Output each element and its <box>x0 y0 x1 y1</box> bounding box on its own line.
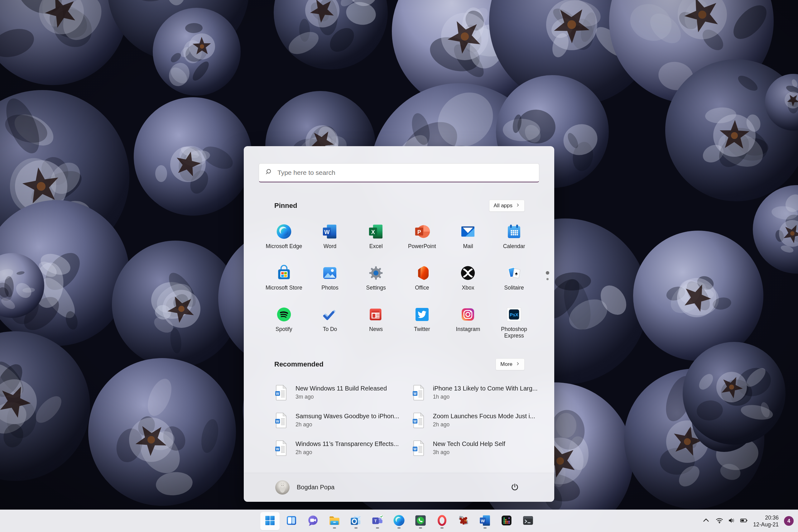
svg-text:W: W <box>276 447 279 451</box>
user-name: Bogdan Popa <box>297 484 335 491</box>
pinned-app-solitaire[interactable]: ♠Solitaire <box>491 262 537 303</box>
pinned-app-office[interactable]: Office <box>399 262 445 303</box>
battery-icon <box>740 516 748 526</box>
recommended-item[interactable]: WNew Tech Could Help Self3h ago <box>412 437 538 459</box>
taskbar-teams-button[interactable]: T <box>368 512 387 530</box>
pinned-app-to-do[interactable]: To Do <box>307 303 353 345</box>
app-label: Solitaire <box>505 285 524 291</box>
pinned-app-mail[interactable]: Mail <box>445 220 491 262</box>
word-document-icon: W <box>274 440 287 456</box>
taskbar-cheat-engine-button[interactable]: 64 <box>454 512 473 530</box>
taskbar-file-explorer-button[interactable] <box>325 512 344 530</box>
recommended-item[interactable]: WZoom Launches Focus Mode Just i...2h ag… <box>412 409 538 431</box>
app-label: Microsoft Edge <box>266 243 302 250</box>
pinned-app-word[interactable]: WWord <box>307 220 353 262</box>
taskbar-edge-button[interactable] <box>390 512 408 530</box>
recommended-title-text: New Tech Could Help Self <box>433 440 505 448</box>
office-icon <box>413 264 431 282</box>
clock[interactable]: 20:36 12-Aug-21 <box>753 514 779 528</box>
app-label: Settings <box>366 285 386 291</box>
app-label: PowerPoint <box>408 243 436 250</box>
svg-text:W: W <box>413 419 416 423</box>
photoshop-express-icon: PsX <box>505 306 523 323</box>
power-button[interactable] <box>508 480 521 494</box>
tray-network-volume-battery[interactable] <box>716 516 748 526</box>
wifi-icon <box>716 516 723 526</box>
photos-icon <box>321 264 339 282</box>
svg-text:PsX: PsX <box>510 312 518 317</box>
word-document-icon: W <box>412 412 425 429</box>
chevron-right-icon <box>516 361 520 367</box>
pinned-app-microsoft-store[interactable]: Microsoft Store <box>261 262 307 303</box>
search-input[interactable] <box>259 163 539 182</box>
pinned-app-spotify[interactable]: Spotify <box>261 303 307 345</box>
pagination-dot-active[interactable] <box>546 271 549 274</box>
terminal-icon <box>521 514 535 528</box>
start-menu-footer: Bogdan Popa <box>244 473 554 501</box>
app-label: Photoshop Express <box>493 326 535 339</box>
taskbar-opera-button[interactable] <box>432 512 452 530</box>
recommended-title: Recommended <box>274 360 324 368</box>
taskbar-music-grid-button[interactable] <box>497 512 516 530</box>
svg-text:P: P <box>417 229 421 235</box>
power-icon <box>511 483 519 492</box>
tray-date: 12-Aug-21 <box>753 521 779 528</box>
pinned-app-powerpoint[interactable]: PPowerPoint <box>399 220 445 262</box>
taskbar: T 64 W <box>0 510 798 532</box>
todo-icon <box>321 306 339 323</box>
notification-badge[interactable]: 4 <box>784 516 794 526</box>
pinned-app-instagram[interactable]: Instagram <box>445 303 491 345</box>
pinned-app-calendar[interactable]: Calendar <box>491 220 537 262</box>
edge-icon <box>393 514 405 528</box>
more-button[interactable]: More <box>496 358 525 370</box>
recommended-item[interactable]: WNew Windows 11 Build Released3m ago <box>274 381 399 404</box>
twitter-icon <box>413 306 431 323</box>
tray-overflow-button[interactable] <box>702 516 710 526</box>
search-field[interactable] <box>278 169 533 176</box>
svg-text:T: T <box>374 519 377 523</box>
pinned-app-photos[interactable]: Photos <box>307 262 353 303</box>
system-tray: 20:36 12-Aug-21 4 <box>702 510 794 532</box>
recommended-item[interactable]: WSamsung Waves Goodbye to iPhon...2h ago <box>274 409 399 431</box>
svg-text:W: W <box>276 392 279 395</box>
all-apps-button[interactable]: All apps <box>489 200 525 212</box>
recommended-title-text: New Windows 11 Build Released <box>296 385 387 392</box>
all-apps-label: All apps <box>494 203 512 209</box>
taskbar-word-button[interactable]: W <box>475 512 495 530</box>
pinned-app-twitter[interactable]: Twitter <box>399 303 445 345</box>
pinned-app-news[interactable]: News <box>353 303 399 345</box>
taskbar-start-button[interactable] <box>260 512 280 530</box>
app-label: Spotify <box>276 326 292 332</box>
pinned-app-photoshop-express[interactable]: PsXPhotoshop Express <box>491 303 537 345</box>
pinned-app-excel[interactable]: XExcel <box>353 220 399 262</box>
recommended-item[interactable]: WiPhone 13 Likely to Come With Larg...1h… <box>412 381 538 404</box>
start-menu: Pinned All apps Microsoft Edge WWord XEx… <box>244 146 554 502</box>
app-label: Photos <box>321 285 338 291</box>
windows-start-icon <box>263 514 277 528</box>
equalizer-icon <box>500 514 513 528</box>
taskbar-terminal-button[interactable] <box>518 512 538 530</box>
pagination-dot[interactable] <box>547 278 549 280</box>
recommended-time: 2h ago <box>296 421 399 428</box>
more-label: More <box>500 361 512 367</box>
pagination-dots <box>546 271 549 280</box>
recommended-item[interactable]: WWindows 11’s Transparency Effects...2h … <box>274 437 399 459</box>
pinned-app-xbox[interactable]: Xbox <box>445 262 491 303</box>
app-label: Microsoft Store <box>266 285 302 291</box>
powerpoint-icon: P <box>413 223 431 240</box>
recommended-time: 3m ago <box>296 394 387 400</box>
word-document-icon: W <box>274 385 287 401</box>
mail-icon <box>459 223 477 240</box>
taskbar-outlook-button[interactable] <box>346 512 366 530</box>
taskbar-widgets-button[interactable] <box>282 512 301 530</box>
user-profile[interactable]: Bogdan Popa <box>275 480 335 495</box>
store-icon <box>275 264 293 282</box>
taskbar-chat-button[interactable] <box>303 512 323 530</box>
app-label: Mail <box>463 243 473 250</box>
chevron-up-icon <box>702 516 710 526</box>
pinned-app-microsoft-edge[interactable]: Microsoft Edge <box>261 220 307 262</box>
app-label: News <box>369 326 383 332</box>
taskbar-whatsapp-button[interactable] <box>411 512 430 530</box>
svg-text:X: X <box>371 229 375 235</box>
pinned-app-settings[interactable]: Settings <box>353 262 399 303</box>
